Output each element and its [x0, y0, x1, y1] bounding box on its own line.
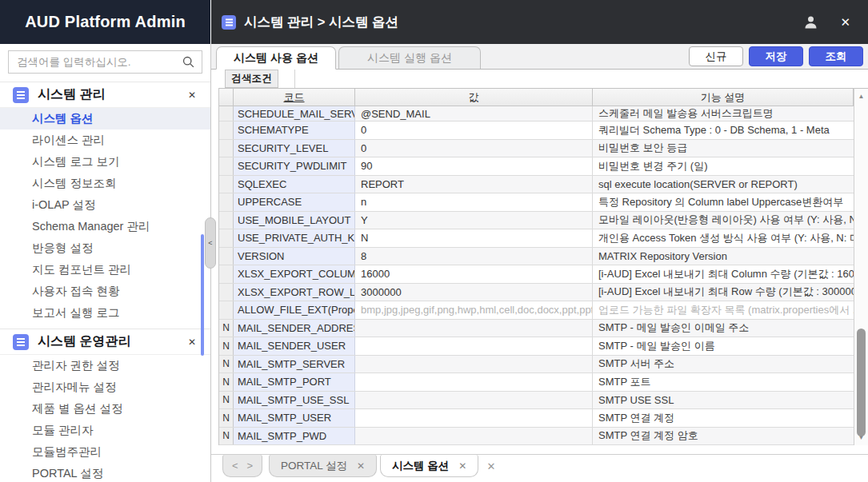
tab-close-icon[interactable]: ✕: [357, 460, 365, 472]
new-button[interactable]: 신규: [689, 46, 743, 66]
table-row[interactable]: SECURITY_LEVEL 0 비밀번호 보안 등급: [219, 140, 854, 158]
row-code-cell: SCHEMATYPE: [234, 121, 355, 139]
search-input[interactable]: [8, 50, 202, 74]
row-description-cell: SMTP - 메일 발송인 이름: [593, 337, 854, 355]
sidebar-menu: 시스템 관리 ✕ 시스템 옵션 ✕ 라이센스 관리 ✕ 시스템: [0, 82, 210, 482]
row-value-cell[interactable]: 8: [355, 248, 593, 265]
row-value-cell[interactable]: [355, 392, 593, 409]
sidebar-item[interactable]: 시스템 정보조회 ✕: [0, 173, 210, 194]
tab-system-usage-options[interactable]: 시스템 사용 옵션: [216, 46, 336, 70]
table-row[interactable]: N MAIL_SMTP_PWD SMTP 연결 계정 암호: [219, 428, 854, 446]
table-row[interactable]: N MAIL_SMTP_USE_SSL SMTP USE SSL: [219, 392, 854, 410]
tab-system-execution-options[interactable]: 시스템 실행 옵션: [338, 46, 481, 69]
tab-close-icon[interactable]: ✕: [458, 460, 466, 472]
sidebar-item[interactable]: 시스템 운영관리 ✕: [0, 329, 210, 355]
row-value-cell[interactable]: 3000000: [355, 284, 593, 301]
table-row[interactable]: SQLEXEC REPORT sql execute location(SERV…: [219, 176, 854, 194]
table-row[interactable]: UPPERCASE n 특정 Repository 의 Column label…: [219, 193, 854, 212]
close-icon[interactable]: ✕: [188, 90, 196, 101]
column-header-selector[interactable]: [219, 89, 234, 106]
column-header-description[interactable]: 기능 설명: [593, 89, 854, 106]
sidebar-item[interactable]: 사용자 접속 현황 ✕: [0, 281, 210, 302]
table-row[interactable]: SCHEDULE_MAIL_SERVE... @SEND_MAIL 스케줄러 메…: [219, 106, 854, 121]
sidebar-item[interactable]: Schema Manager 관리 ✕: [0, 216, 210, 237]
grid-scrollbar[interactable]: ▲ ▼: [854, 88, 868, 445]
table-row[interactable]: N MAIL_SENDER_USER SMTP - 메일 발송인 이름: [219, 337, 854, 356]
sidebar-collapse-handle[interactable]: <: [205, 217, 216, 269]
row-value-cell[interactable]: 0: [355, 140, 593, 157]
sidebar-item[interactable]: 시스템 로그 보기 ✕: [0, 151, 210, 173]
row-description-cell: SMTP USE SSL: [593, 392, 854, 409]
sidebar-item[interactable]: 모듈범주관리 ✕: [0, 441, 210, 463]
row-value-cell[interactable]: 16000: [355, 265, 593, 283]
tab-nav: < >: [222, 455, 262, 477]
row-flag-cell: N: [219, 356, 234, 373]
table-row[interactable]: N MAIL_SMTP_SERVER SMTP 서버 주소: [219, 356, 854, 374]
scroll-down-icon[interactable]: ▼: [854, 434, 868, 441]
row-value-cell[interactable]: @SEND_MAIL: [355, 106, 593, 121]
row-flag-cell: [219, 248, 234, 265]
row-code-cell: MAIL_SMTP_USE_SSL: [234, 392, 355, 409]
close-icon[interactable]: ✕: [840, 15, 850, 30]
query-button[interactable]: 조회: [809, 46, 863, 66]
bottom-tab-bar: < > PORTAL 설정 ✕ 시스템 옵션 ✕ ✕: [211, 454, 868, 482]
table-row[interactable]: VERSION 8 MATRIX Repository Version: [219, 248, 854, 266]
column-header-value[interactable]: 값: [355, 89, 593, 106]
user-icon[interactable]: [802, 14, 819, 30]
sidebar-item[interactable]: 모듈 관리자 ✕: [0, 420, 210, 441]
row-value-cell[interactable]: [355, 356, 593, 373]
scroll-up-icon[interactable]: ▲: [854, 93, 868, 100]
table-row[interactable]: ALLOW_FILE_EXT(Propert... bmp,jpg,jpeg,g…: [219, 301, 854, 320]
row-value-cell[interactable]: [355, 428, 593, 445]
grid-scrollbar-thumb[interactable]: [857, 329, 866, 436]
sidebar-item[interactable]: 관리자메뉴 설정 ✕: [0, 376, 210, 398]
tab-prev-icon[interactable]: <: [232, 460, 238, 472]
table-row[interactable]: XLSX_EXPORT_COLUMN... 16000 [i-AUD] Exce…: [219, 265, 854, 284]
row-value-cell[interactable]: 0: [355, 121, 593, 139]
row-value-cell[interactable]: 90: [355, 157, 593, 175]
row-description-cell: 특정 Repository 의 Column label Uppercase변환…: [593, 193, 854, 211]
row-code-cell: MAIL_SENDER_ADDRES...: [234, 320, 355, 337]
sidebar-item[interactable]: i-OLAP 설정 ✕: [0, 194, 210, 216]
bottom-tab-system-options[interactable]: 시스템 옵션 ✕: [380, 455, 478, 477]
sidebar-item[interactable]: 보고서 실행 로그 ✕: [0, 302, 210, 324]
table-row[interactable]: N MAIL_SMTP_USER SMTP 연결 계정: [219, 409, 854, 428]
row-description-cell: 스케줄러 메일 발송용 서버스크립트명: [593, 106, 854, 121]
sidebar-item[interactable]: 시스템 관리 ✕: [0, 82, 210, 108]
table-row[interactable]: USE_MOBILE_LAYOUT Y 모바일 레이아웃(반응형 레이아웃) 사…: [219, 212, 854, 230]
row-value-cell[interactable]: n: [355, 193, 593, 211]
table-row[interactable]: N MAIL_SMTP_PORT SMTP 포트: [219, 373, 854, 392]
table-row[interactable]: SECURITY_PWDLIMIT 90 비밀번호 변경 주기 (일): [219, 157, 854, 176]
row-value-cell[interactable]: bmp,jpg,jpeg,gif,png,hwp,hml,cell,doc,do…: [355, 301, 593, 319]
row-flag-cell: [219, 212, 234, 229]
sidebar-scrollbar-thumb[interactable]: [201, 234, 204, 356]
search-icon[interactable]: [182, 55, 195, 69]
row-value-cell[interactable]: [355, 409, 593, 427]
search-condition-input[interactable]: [294, 70, 868, 88]
sidebar-item[interactable]: 제품 별 옵션 설정 ✕: [0, 398, 210, 420]
close-icon[interactable]: ✕: [188, 337, 196, 348]
sidebar-item[interactable]: 관리자 권한 설정 ✕: [0, 355, 210, 376]
sidebar-item[interactable]: 지도 컴포넌트 관리 ✕: [0, 259, 210, 281]
column-header-code[interactable]: 코드: [234, 89, 355, 106]
table-row[interactable]: SCHEMATYPE 0 쿼리빌더 Schema Type : 0 - DB S…: [219, 121, 854, 140]
row-value-cell[interactable]: [355, 373, 593, 391]
sidebar-item[interactable]: PORTAL 설정 ✕: [0, 463, 210, 482]
close-icon[interactable]: ✕: [486, 460, 495, 472]
sidebar-item[interactable]: 라이센스 관리 ✕: [0, 129, 210, 151]
row-value-cell[interactable]: [355, 337, 593, 355]
toolbar: 시스템 사용 옵션 시스템 실행 옵션 신규 저장 조회: [211, 44, 868, 70]
tab-next-icon[interactable]: >: [247, 460, 254, 472]
options-grid: 코드 값 기능 설명 SCHEDULE_MAIL_SERVE... @SEND_…: [218, 88, 854, 445]
table-row[interactable]: XLSX_EXPORT_ROW_LIMIT 3000000 [i-AUD] Ex…: [219, 284, 854, 302]
save-button[interactable]: 저장: [749, 46, 803, 66]
row-value-cell[interactable]: REPORT: [355, 176, 593, 193]
row-value-cell[interactable]: [355, 320, 593, 337]
table-row[interactable]: N MAIL_SENDER_ADDRES... SMTP - 메일 발송인 이메…: [219, 320, 854, 338]
row-value-cell[interactable]: Y: [355, 212, 593, 229]
sidebar-item[interactable]: 반응형 설정 ✕: [0, 237, 210, 259]
bottom-tab-portal-settings[interactable]: PORTAL 설정 ✕: [269, 455, 377, 477]
row-value-cell[interactable]: N: [355, 229, 593, 247]
table-row[interactable]: USE_PRIVATE_AUTH_KEY N 개인용 Access Token …: [219, 229, 854, 248]
sidebar-item[interactable]: 시스템 옵션 ✕: [0, 108, 210, 129]
